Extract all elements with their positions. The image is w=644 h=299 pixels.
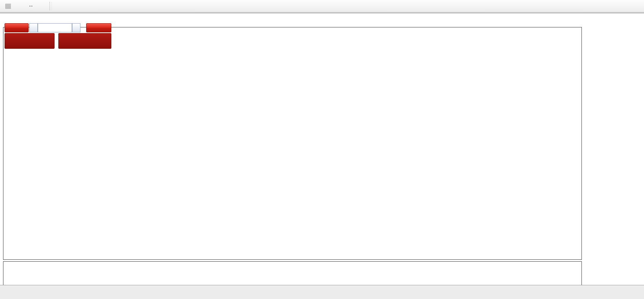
sell-price-panel[interactable] [5, 33, 55, 49]
buy-price-panel[interactable] [58, 33, 111, 49]
sell-button[interactable] [5, 23, 29, 32]
price-chart-pane[interactable] [3, 27, 582, 260]
price-chart-canvas[interactable] [3, 27, 581, 259]
shapes-icon[interactable] [37, 2, 47, 11]
toolbar-drag-handle[interactable] [50, 2, 52, 10]
volume-input[interactable] [38, 23, 72, 32]
main-toolbar [0, 0, 644, 13]
volume-increase-button[interactable] [72, 23, 80, 32]
volume-decrease-button[interactable] [29, 23, 38, 32]
periods-grid-icon[interactable] [3, 2, 13, 11]
chart-header [5, 15, 9, 20]
buy-button[interactable] [86, 23, 111, 32]
chart-window [0, 13, 644, 299]
text-label-icon[interactable] [14, 2, 24, 11]
chart-tab-bar [0, 285, 644, 299]
text-box-icon[interactable] [26, 2, 36, 11]
